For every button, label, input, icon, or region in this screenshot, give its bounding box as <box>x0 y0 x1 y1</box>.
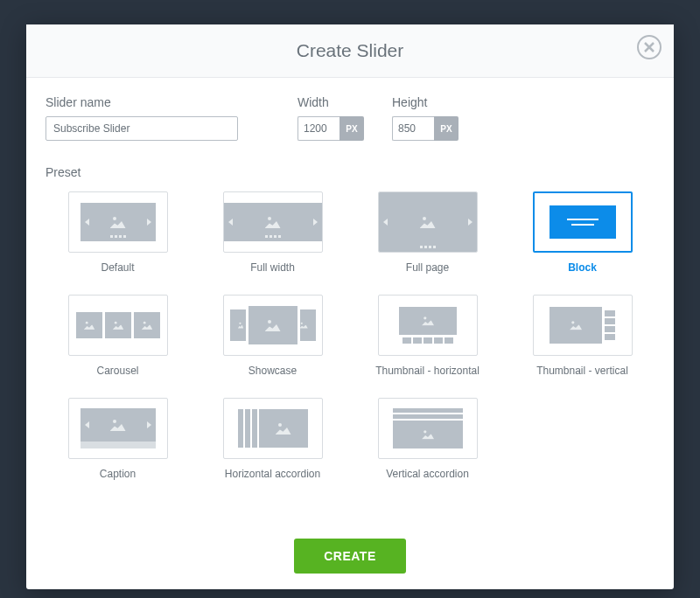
modal-title: Create Slider <box>44 40 656 61</box>
preset-name: Default <box>101 261 134 274</box>
preset-name: Carousel <box>96 365 138 377</box>
preset-name: Full page <box>406 261 449 274</box>
preset-thumbnail-icon <box>68 191 168 253</box>
preset-thumbnail-icon <box>223 295 323 356</box>
name-label: Slider name <box>46 95 238 109</box>
preset-caption[interactable]: Caption <box>46 398 190 480</box>
preset-name: Caption <box>100 468 136 480</box>
preset-name: Thumbnail - horizontal <box>375 365 480 377</box>
preset-thumbnail-icon <box>378 398 478 459</box>
preset-horizontal-accordion[interactable]: Horizontal accordion <box>200 398 345 480</box>
height-unit: PX <box>434 116 458 141</box>
close-icon <box>644 42 654 52</box>
width-label: Width <box>298 95 376 109</box>
preset-label: Preset <box>46 165 654 179</box>
preset-thumbnail-icon <box>533 191 633 253</box>
preset-carousel[interactable]: Carousel <box>46 295 190 377</box>
preset-thumbnail-icon <box>223 398 323 459</box>
slider-name-input[interactable] <box>46 116 238 141</box>
preset-name: Horizontal accordion <box>225 468 320 480</box>
preset-name: Block <box>568 261 597 274</box>
preset-thumbnail-icon <box>68 295 168 356</box>
preset-fullpage[interactable]: Full page <box>355 191 500 274</box>
close-button[interactable] <box>637 35 662 59</box>
create-slider-modal: Create Slider Slider name Width PX Heigh… <box>26 24 674 589</box>
preset-thumbnail-horizontal[interactable]: Thumbnail - horizontal <box>355 295 500 377</box>
height-input[interactable] <box>392 116 434 141</box>
preset-block[interactable]: Block <box>510 191 654 274</box>
width-unit: PX <box>340 116 364 141</box>
form-row: Slider name Width PX Height PX <box>46 95 654 141</box>
preset-thumbnail-icon <box>68 398 168 459</box>
modal-header: Create Slider <box>26 24 674 78</box>
preset-name: Thumbnail - vertical <box>536 365 628 377</box>
modal-footer: CREATE <box>26 523 674 589</box>
height-group: Height PX <box>392 95 471 141</box>
preset-vertical-accordion[interactable]: Vertical accordion <box>355 398 500 480</box>
modal-body: Slider name Width PX Height PX Preset <box>26 78 674 523</box>
preset-thumbnail-icon <box>533 295 633 356</box>
create-button[interactable]: CREATE <box>294 539 406 574</box>
preset-thumbnail-icon <box>223 191 323 253</box>
preset-thumbnail-icon <box>378 191 478 253</box>
name-group: Slider name <box>46 95 238 141</box>
preset-default[interactable]: Default <box>46 191 190 274</box>
width-input[interactable] <box>298 116 340 141</box>
preset-showcase[interactable]: Showcase <box>200 295 345 377</box>
preset-thumbnail-vertical[interactable]: Thumbnail - vertical <box>510 295 654 377</box>
width-group: Width PX <box>298 95 376 141</box>
preset-name: Full width <box>250 261 295 274</box>
preset-grid: Default Full width <box>46 191 654 480</box>
height-label: Height <box>392 95 471 109</box>
preset-thumbnail-icon <box>378 295 478 356</box>
preset-name: Showcase <box>248 365 297 377</box>
preset-fullwidth[interactable]: Full width <box>200 191 345 274</box>
preset-name: Vertical accordion <box>386 468 469 480</box>
